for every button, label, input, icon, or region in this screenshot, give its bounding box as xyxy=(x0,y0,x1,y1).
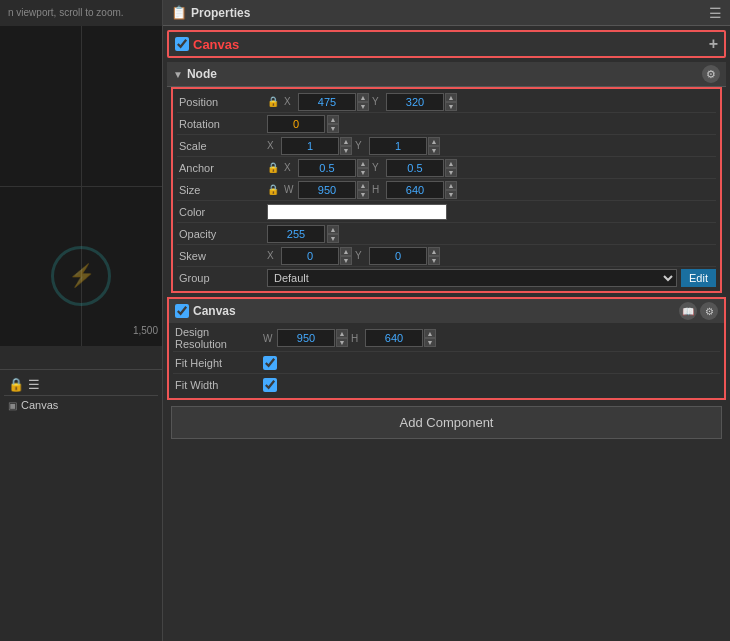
position-x-up[interactable]: ▲ xyxy=(357,93,369,102)
node-gear-button[interactable]: ⚙ xyxy=(702,65,720,83)
node-active-checkbox[interactable] xyxy=(175,37,189,51)
size-h-spinner[interactable]: ▲ ▼ xyxy=(445,181,457,199)
fit-height-checkbox[interactable] xyxy=(263,356,277,370)
size-w-down[interactable]: ▼ xyxy=(357,190,369,199)
scale-y-down[interactable]: ▼ xyxy=(428,146,440,155)
anchor-y-input[interactable] xyxy=(386,159,444,177)
resolution-w-up[interactable]: ▲ xyxy=(336,329,348,338)
skew-y-up[interactable]: ▲ xyxy=(428,247,440,256)
opacity-up[interactable]: ▲ xyxy=(327,225,339,234)
scale-y-spinner[interactable]: ▲ ▼ xyxy=(428,137,440,155)
grid-canvas[interactable]: 1,500 ⚡ xyxy=(0,26,162,346)
anchor-x-spinner[interactable]: ▲ ▼ xyxy=(357,159,369,177)
canvas-list-item[interactable]: ▣ Canvas xyxy=(4,396,158,414)
anchor-lock-icon[interactable]: 🔒 xyxy=(267,162,279,173)
position-y-down[interactable]: ▼ xyxy=(445,102,457,111)
anchor-x-up[interactable]: ▲ xyxy=(357,159,369,168)
scale-x-down[interactable]: ▼ xyxy=(340,146,352,155)
size-h-input[interactable] xyxy=(386,181,444,199)
size-lock-icon[interactable]: 🔒 xyxy=(267,184,279,195)
anchor-y-group: Y ▲ ▼ xyxy=(372,159,457,177)
opacity-down[interactable]: ▼ xyxy=(327,234,339,243)
resolution-h-label: H xyxy=(351,333,363,344)
resolution-h-input[interactable] xyxy=(365,329,423,347)
size-h-down[interactable]: ▼ xyxy=(445,190,457,199)
anchor-y-up[interactable]: ▲ xyxy=(445,159,457,168)
node-name-input[interactable] xyxy=(193,37,705,52)
group-edit-button[interactable]: Edit xyxy=(681,269,716,287)
lock-icon[interactable]: 🔒 xyxy=(8,377,24,392)
anchor-y-spinner[interactable]: ▲ ▼ xyxy=(445,159,457,177)
skew-x-label: X xyxy=(267,250,279,261)
position-y-up[interactable]: ▲ xyxy=(445,93,457,102)
viewport-area: n viewport, scroll to zoom. 1,500 ⚡ xyxy=(0,0,162,370)
rotation-down[interactable]: ▼ xyxy=(327,124,339,133)
scale-y-up[interactable]: ▲ xyxy=(428,137,440,146)
scale-x-spinner[interactable]: ▲ ▼ xyxy=(340,137,352,155)
resolution-h-spinner[interactable]: ▲ ▼ xyxy=(424,329,436,347)
size-w-group: W ▲ ▼ xyxy=(284,181,369,199)
position-x-down[interactable]: ▼ xyxy=(357,102,369,111)
size-w-up[interactable]: ▲ xyxy=(357,181,369,190)
skew-y-input[interactable] xyxy=(369,247,427,265)
size-controls: 🔒 W ▲ ▼ H xyxy=(267,181,716,199)
canvas-component-active-checkbox[interactable] xyxy=(175,304,189,318)
resolution-w-spinner[interactable]: ▲ ▼ xyxy=(336,329,348,347)
anchor-x-label: X xyxy=(284,162,296,173)
section-collapse-arrow[interactable]: ▼ xyxy=(173,69,183,80)
resolution-w-down[interactable]: ▼ xyxy=(336,338,348,347)
add-component-button[interactable]: Add Component xyxy=(171,406,722,439)
canvas-help-button[interactable]: 📖 xyxy=(679,302,697,320)
rotation-input[interactable] xyxy=(267,115,325,133)
group-dropdown-row: Default Edit xyxy=(267,269,716,287)
group-select[interactable]: Default xyxy=(267,269,677,287)
anchor-x-input[interactable] xyxy=(298,159,356,177)
add-property-button[interactable]: + xyxy=(709,35,718,53)
panel-icon: 📋 xyxy=(171,5,187,20)
skew-y-spinner[interactable]: ▲ ▼ xyxy=(428,247,440,265)
skew-x-up[interactable]: ▲ xyxy=(340,247,352,256)
anchor-y-label: Y xyxy=(372,162,384,173)
skew-y-label: Y xyxy=(355,250,367,261)
color-swatch[interactable] xyxy=(267,204,447,220)
skew-x-spinner[interactable]: ▲ ▼ xyxy=(340,247,352,265)
scale-y-input[interactable] xyxy=(369,137,427,155)
size-h-up[interactable]: ▲ xyxy=(445,181,457,190)
rotation-label: Rotation xyxy=(177,118,267,130)
resolution-w-group: W ▲ ▼ xyxy=(263,329,348,347)
design-resolution-controls: W ▲ ▼ H ▲ ▼ xyxy=(263,329,720,347)
resolution-w-input[interactable] xyxy=(277,329,335,347)
scale-x-up[interactable]: ▲ xyxy=(340,137,352,146)
skew-x-down[interactable]: ▼ xyxy=(340,256,352,265)
rotation-spinner[interactable]: ▲ ▼ xyxy=(327,115,339,133)
skew-y-down[interactable]: ▼ xyxy=(428,256,440,265)
fit-width-checkbox[interactable] xyxy=(263,378,277,392)
position-x-input[interactable] xyxy=(298,93,356,111)
skew-x-group: X ▲ ▼ xyxy=(267,247,352,265)
watermark: ⚡ xyxy=(51,246,111,306)
size-w-spinner[interactable]: ▲ ▼ xyxy=(357,181,369,199)
panel-menu-icon[interactable]: ☰ xyxy=(709,5,722,21)
resolution-h-down[interactable]: ▼ xyxy=(424,338,436,347)
position-y-spinner[interactable]: ▲ ▼ xyxy=(445,93,457,111)
resolution-h-up[interactable]: ▲ xyxy=(424,329,436,338)
canvas-component-properties: Design Resolution W ▲ ▼ H xyxy=(169,323,724,398)
opacity-input[interactable] xyxy=(267,225,325,243)
position-x-spinner[interactable]: ▲ ▼ xyxy=(357,93,369,111)
opacity-spinner[interactable]: ▲ ▼ xyxy=(327,225,339,243)
skew-x-input[interactable] xyxy=(281,247,339,265)
rotation-up[interactable]: ▲ xyxy=(327,115,339,124)
anchor-x-down[interactable]: ▼ xyxy=(357,168,369,177)
position-y-input[interactable] xyxy=(386,93,444,111)
canvas-gear-button[interactable]: ⚙ xyxy=(700,302,718,320)
scale-label: Scale xyxy=(177,140,267,152)
list-icon[interactable]: ☰ xyxy=(28,377,40,392)
size-w-input[interactable] xyxy=(298,181,356,199)
anchor-y-down[interactable]: ▼ xyxy=(445,168,457,177)
fit-height-label: Fit Height xyxy=(173,357,263,369)
position-controls: 🔒 X ▲ ▼ Y xyxy=(267,93,716,111)
position-lock-icon[interactable]: 🔒 xyxy=(267,96,279,107)
tab-header: 📋 Properties ☰ xyxy=(163,0,730,26)
scale-x-input[interactable] xyxy=(281,137,339,155)
group-label: Group xyxy=(177,272,267,284)
